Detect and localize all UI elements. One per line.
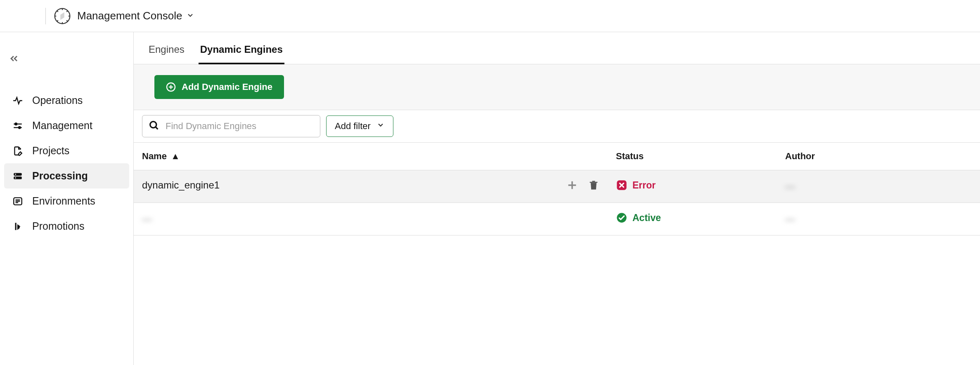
chevron-down-icon[interactable] xyxy=(186,11,194,21)
error-icon xyxy=(616,179,627,191)
filter-bar: Add filter xyxy=(134,110,980,143)
topbar-separator xyxy=(45,8,46,24)
search-input[interactable] xyxy=(165,120,314,132)
add-filter-button[interactable]: Add filter xyxy=(326,115,393,137)
svg-rect-6 xyxy=(14,173,22,176)
add-button-label: Add Dynamic Engine xyxy=(182,82,272,92)
sidebar-item-projects[interactable]: Projects xyxy=(4,138,129,163)
svg-point-3 xyxy=(15,123,17,125)
author-name: — xyxy=(785,213,795,224)
author-name: — xyxy=(785,181,795,192)
svg-marker-1 xyxy=(61,13,64,19)
topbar-title[interactable]: Management Console xyxy=(77,9,182,22)
table-row[interactable]: — Active — xyxy=(134,203,980,235)
svg-point-17 xyxy=(150,122,156,128)
sidebar-item-promotions[interactable]: Promotions xyxy=(4,214,129,239)
tab-bar: Engines Dynamic Engines xyxy=(134,32,980,64)
column-header-author[interactable]: Author xyxy=(777,143,980,170)
sidebar-nav: Operations Management Projects Processin… xyxy=(0,88,133,239)
sidebar-item-operations[interactable]: Operations xyxy=(4,88,129,113)
sliders-icon xyxy=(12,120,23,131)
search-input-container[interactable] xyxy=(142,115,320,137)
status-text: Error xyxy=(632,180,656,191)
tab-engines[interactable]: Engines xyxy=(147,40,186,64)
search-icon xyxy=(148,120,160,133)
engine-name: dynamic_engine1 xyxy=(142,179,220,191)
plus-circle-icon xyxy=(166,82,176,92)
row-actions xyxy=(566,179,599,193)
engine-name: — xyxy=(142,213,152,224)
status-badge: Active xyxy=(616,212,661,224)
sidebar-item-environments[interactable]: Environments xyxy=(4,188,129,214)
promote-icon xyxy=(12,221,23,232)
sidebar-item-label: Projects xyxy=(32,145,69,157)
status-text: Active xyxy=(632,212,661,224)
status-badge: Error xyxy=(616,179,656,191)
column-header-name[interactable]: Name ▲ xyxy=(134,143,608,170)
list-box-icon xyxy=(12,196,23,207)
sidebar: Operations Management Projects Processin… xyxy=(0,32,134,365)
topbar: Management Console xyxy=(0,0,980,32)
toolbar: Add Dynamic Engine xyxy=(134,64,980,110)
activity-icon xyxy=(12,95,23,106)
svg-line-18 xyxy=(156,127,158,130)
sidebar-item-label: Processing xyxy=(32,170,88,182)
add-dynamic-engine-button[interactable]: Add Dynamic Engine xyxy=(154,75,284,99)
check-circle-icon xyxy=(616,212,627,224)
main-content: Engines Dynamic Engines Add Dynamic Engi… xyxy=(134,32,980,365)
compass-icon xyxy=(53,7,71,25)
svg-point-9 xyxy=(15,177,16,179)
engines-table: Name ▲ Status Author dynamic_engine1 xyxy=(134,143,980,235)
file-edit-icon xyxy=(12,146,23,156)
sidebar-item-label: Environments xyxy=(32,195,95,207)
add-icon[interactable] xyxy=(566,179,578,193)
sort-asc-icon: ▲ xyxy=(171,151,180,161)
table-row[interactable]: dynamic_engine1 Error xyxy=(134,170,980,203)
svg-point-5 xyxy=(19,126,21,128)
trash-icon[interactable] xyxy=(588,179,599,193)
sidebar-item-label: Operations xyxy=(32,94,83,106)
tab-dynamic-engines[interactable]: Dynamic Engines xyxy=(199,40,284,64)
column-header-name-label: Name xyxy=(142,151,167,161)
svg-point-8 xyxy=(15,174,16,175)
filter-button-label: Add filter xyxy=(335,121,371,132)
sidebar-item-label: Promotions xyxy=(32,220,84,232)
sidebar-item-management[interactable]: Management xyxy=(4,113,129,138)
svg-rect-7 xyxy=(14,177,22,179)
sidebar-item-processing[interactable]: Processing xyxy=(4,163,129,188)
collapse-sidebar-icon[interactable] xyxy=(8,53,20,66)
server-icon xyxy=(12,171,23,181)
column-header-status[interactable]: Status xyxy=(608,143,777,170)
sidebar-item-label: Management xyxy=(32,120,92,132)
chevron-down-icon xyxy=(376,121,385,132)
